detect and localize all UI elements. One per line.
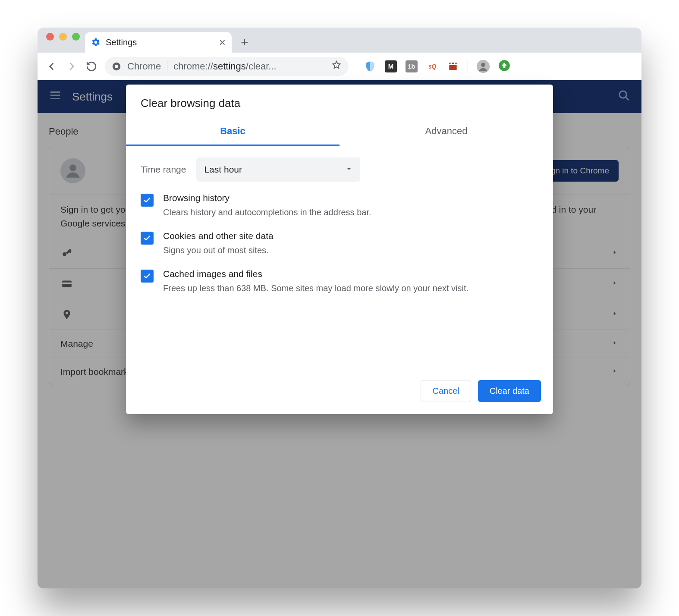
check-title: Browsing history xyxy=(163,193,371,203)
check-desc: Clears history and autocompletions in th… xyxy=(163,206,371,219)
close-window-button[interactable] xyxy=(46,33,54,41)
svg-point-1 xyxy=(115,65,118,68)
browser-window: Settings × + Chrome chrome://settings/cl… xyxy=(38,28,641,588)
back-button[interactable] xyxy=(45,60,58,73)
minimize-window-button[interactable] xyxy=(59,33,67,41)
url-text: chrome://settings/clear... xyxy=(173,61,325,72)
svg-point-3 xyxy=(481,63,485,67)
dialog-actions: Cancel Clear data xyxy=(126,371,553,414)
extension-m-icon[interactable]: M xyxy=(385,60,397,72)
cancel-button[interactable]: Cancel xyxy=(421,380,471,402)
tab-basic[interactable]: Basic xyxy=(126,118,340,146)
shield-icon[interactable] xyxy=(364,60,376,72)
extension-castle-icon[interactable] xyxy=(447,60,459,72)
browser-toolbar: Chrome chrome://settings/clear... M 1b s… xyxy=(38,53,641,80)
extension-1b-icon[interactable]: 1b xyxy=(406,60,418,72)
extension-icons: M 1b sQ xyxy=(364,60,510,73)
fullscreen-window-button[interactable] xyxy=(72,33,80,41)
toolbar-divider xyxy=(468,60,468,73)
new-tab-button[interactable]: + xyxy=(236,34,253,51)
address-bar[interactable]: Chrome chrome://settings/clear... xyxy=(105,57,349,76)
checkbox-cached[interactable] xyxy=(141,270,154,283)
tab-title: Settings xyxy=(106,38,214,47)
time-range-row: Time range Last hour xyxy=(141,157,538,182)
tab-strip: Settings × + xyxy=(38,28,641,53)
time-range-value: Last hour xyxy=(204,164,242,175)
extension-sq-icon[interactable]: sQ xyxy=(426,60,438,72)
tab-advanced[interactable]: Advanced xyxy=(340,118,553,146)
profile-avatar-button[interactable] xyxy=(477,60,490,73)
check-title: Cookies and other site data xyxy=(163,231,273,241)
check-desc: Frees up less than 638 MB. Some sites ma… xyxy=(163,282,468,295)
close-tab-button[interactable]: × xyxy=(219,37,226,48)
url-product: Chrome xyxy=(127,61,161,72)
page-content: Settings People Sign in to Chrome Sign i… xyxy=(38,80,641,588)
clear-browsing-data-dialog: Clear browsing data Basic Advanced Time … xyxy=(126,85,553,414)
checkbox-cookies[interactable] xyxy=(141,232,154,245)
check-item-cached: Cached images and files Frees up less th… xyxy=(141,269,538,295)
browser-tab[interactable]: Settings × xyxy=(85,32,232,53)
check-desc: Signs you out of most sites. xyxy=(163,244,273,257)
chrome-icon xyxy=(112,62,121,71)
time-range-label: Time range xyxy=(141,164,186,175)
bookmark-star-icon[interactable] xyxy=(331,60,342,73)
dialog-body: Time range Last hour Browsing history Cl… xyxy=(126,146,553,371)
check-item-cookies: Cookies and other site data Signs you ou… xyxy=(141,231,538,257)
dialog-tabs: Basic Advanced xyxy=(126,118,553,146)
time-range-select[interactable]: Last hour xyxy=(196,157,360,182)
update-available-icon[interactable] xyxy=(498,60,510,73)
check-title: Cached images and files xyxy=(163,269,468,279)
forward-button[interactable] xyxy=(65,60,78,73)
checkbox-browsing-history[interactable] xyxy=(141,194,154,207)
clear-data-button[interactable]: Clear data xyxy=(478,380,541,402)
reload-button[interactable] xyxy=(85,60,98,73)
dialog-title: Clear browsing data xyxy=(126,85,553,118)
caret-down-icon xyxy=(346,164,352,175)
gear-icon xyxy=(91,38,101,47)
window-controls xyxy=(43,33,85,47)
check-item-browsing-history: Browsing history Clears history and auto… xyxy=(141,193,538,219)
omnibox-divider xyxy=(167,61,167,72)
